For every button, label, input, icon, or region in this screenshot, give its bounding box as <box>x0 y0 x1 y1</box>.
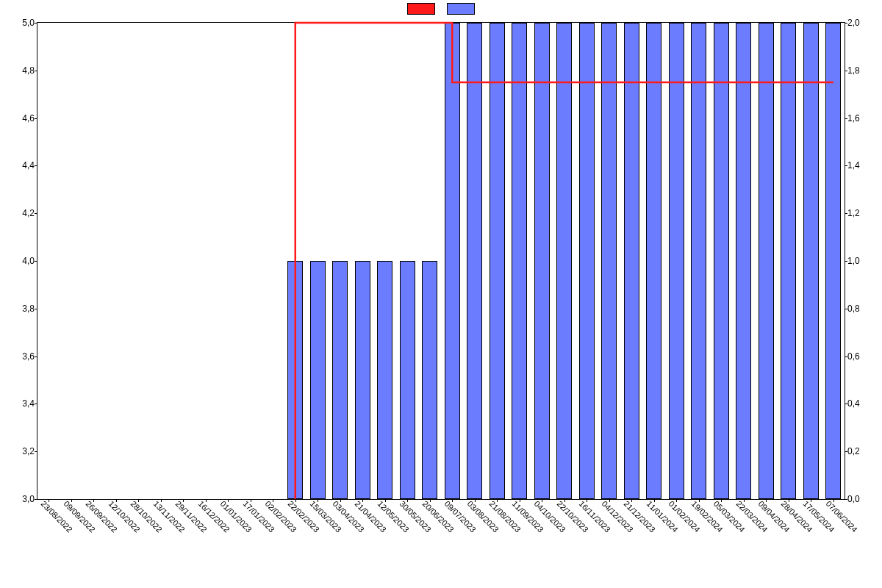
y-left-tick <box>35 404 37 404</box>
y-right-tick <box>845 261 847 262</box>
x-tick <box>631 499 632 502</box>
chart-plot-area: 3,03,23,43,63,84,04,24,44,64,85,00,00,20… <box>37 22 845 500</box>
y-right-tick <box>845 309 847 309</box>
x-tick <box>676 499 677 502</box>
line-layer <box>37 23 845 499</box>
legend-swatch-series1 <box>407 3 435 15</box>
x-tick <box>721 499 722 502</box>
chart-legend <box>0 3 882 15</box>
x-tick <box>183 499 184 502</box>
legend-swatch-series2 <box>447 3 475 15</box>
x-tick <box>587 499 587 502</box>
line-series <box>295 23 833 499</box>
x-tick <box>138 499 139 502</box>
y-right-tick <box>845 165 847 166</box>
x-tick <box>407 499 408 502</box>
y-right-tick <box>845 356 847 357</box>
y-right-tick <box>845 71 847 71</box>
y-left-tick <box>35 165 37 166</box>
y-right-tick <box>845 23 847 24</box>
y-left-tick <box>35 118 37 119</box>
y-left-tick <box>35 261 37 262</box>
y-left-tick <box>35 23 37 24</box>
x-tick <box>497 499 498 502</box>
x-tick <box>49 499 49 502</box>
x-tick <box>273 499 273 502</box>
x-tick <box>93 499 94 502</box>
x-tick <box>362 499 363 502</box>
y-left-tick <box>35 499 37 500</box>
x-tick <box>811 499 811 502</box>
y-left-tick <box>35 71 37 71</box>
y-right-tick <box>845 451 847 452</box>
x-tick <box>452 499 453 502</box>
y-left-tick <box>35 213 37 214</box>
x-tick <box>228 499 229 502</box>
y-left-tick <box>35 309 37 309</box>
x-tick <box>542 499 542 502</box>
y-right-tick <box>845 499 847 500</box>
y-right-tick <box>845 213 847 214</box>
y-right-tick <box>845 118 847 119</box>
x-tick <box>318 499 318 502</box>
x-tick <box>766 499 767 502</box>
y-left-tick <box>35 451 37 452</box>
y-right-tick <box>845 404 847 404</box>
y-left-tick <box>35 356 37 357</box>
